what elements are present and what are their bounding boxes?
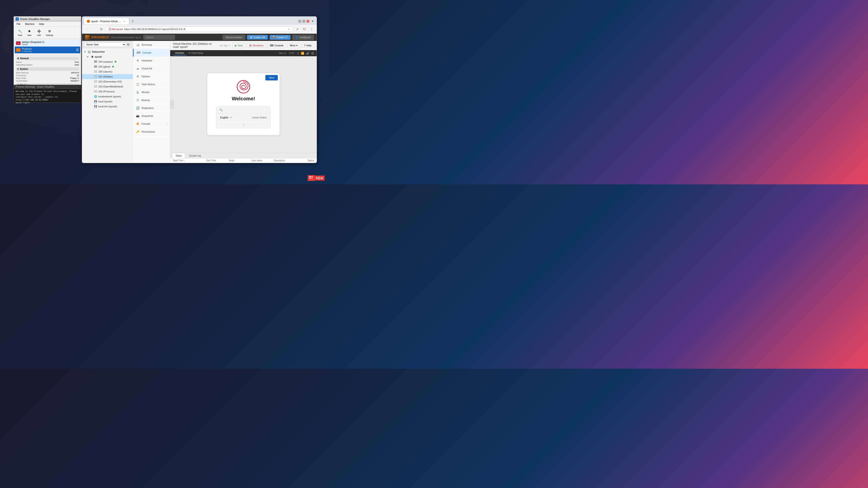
- vm-101-label: 101 (Debian): [98, 75, 113, 78]
- dropdown-icon[interactable]: ▼: [311, 20, 314, 23]
- console-initial-setup-tab[interactable]: ⚙ Initial Setup: [186, 51, 205, 55]
- tree-item-100[interactable]: 100 (ubuntu): [82, 69, 133, 74]
- summary-icon: 📊: [135, 43, 140, 47]
- nav-replication-label: Replication: [142, 107, 154, 109]
- proxmox-body: Server View ⚙ ▼ 🏢 Datacenter ▼ 🖥: [82, 41, 317, 163]
- new-button[interactable]: ✚ New: [25, 28, 34, 37]
- shutdown-button[interactable]: ⏻ Shutdown: [247, 43, 266, 48]
- task-table-header: Start Time ↓ End Time Node User name Des…: [170, 158, 317, 163]
- nav-console-label: Console: [142, 51, 151, 54]
- nav-backup-label: Backup: [142, 99, 150, 101]
- col-start-time: Start Time ↓: [173, 159, 207, 162]
- documentation-button[interactable]: Documentation: [223, 35, 245, 40]
- vm-icon-debian: D: [16, 41, 21, 45]
- nav-task-history[interactable]: 📋 Task History: [133, 80, 170, 88]
- server-view-select[interactable]: Server View: [84, 42, 126, 47]
- terminal-line-4: ayush login:: [16, 101, 79, 104]
- nav-console[interactable]: ⌨ Console: [133, 49, 170, 57]
- svg-rect-7: [95, 66, 96, 67]
- nav-backup[interactable]: 💿 Backup: [133, 96, 170, 104]
- nav-summary[interactable]: 📊 Summary: [133, 41, 170, 49]
- menu-machine[interactable]: Machine: [24, 22, 35, 26]
- svg-rect-3: [88, 37, 90, 39]
- edit-tag-icon[interactable]: ✎: [229, 44, 230, 47]
- tree-item-105[interactable]: 105 (gitea): [82, 64, 133, 69]
- create-vm-button[interactable]: 🖥 Create VM: [247, 35, 268, 39]
- menu-help[interactable]: Help: [38, 22, 45, 26]
- nav-firewall[interactable]: 🔥 Firewall ›: [133, 120, 170, 128]
- vm-display: ‹ Next Welcome!: [170, 56, 317, 152]
- restore-button[interactable]: [302, 20, 305, 23]
- vm-menu-icon[interactable]: ☰: [76, 48, 79, 52]
- browser-titlebar: ayush - Proxmox Virtual Enviro... × + ▼ …: [82, 17, 317, 34]
- next-button[interactable]: Next: [266, 75, 278, 80]
- add-button[interactable]: ➕ Add: [35, 28, 43, 37]
- proxmox-search-input[interactable]: [143, 35, 175, 40]
- panel-resize-handle[interactable]: ‹: [170, 100, 174, 109]
- user-button[interactable]: 👤 root@pam: [292, 35, 314, 40]
- more-languages-icon[interactable]: ⋮: [217, 122, 270, 128]
- back-button[interactable]: ‹: [84, 26, 90, 32]
- address-bar[interactable]: ! Not secure https://192.168.29.62:8006/…: [105, 26, 293, 32]
- tree-item-datacenter[interactable]: ▼ 🏢 Datacenter: [82, 49, 133, 54]
- more-button[interactable]: More ▾: [287, 43, 300, 48]
- console-activities-tab[interactable]: Activities: [173, 51, 186, 55]
- tree-item-local-lvm[interactable]: 💾 local-lvm (ayush): [82, 104, 133, 109]
- share-button[interactable]: ↗: [294, 26, 301, 32]
- browser-tab-label: ayush - Proxmox Virtual Enviro...: [91, 20, 121, 23]
- menu-button[interactable]: ⋮: [309, 26, 315, 32]
- vm-display-content: Next Welcome! 🔍: [207, 73, 280, 135]
- nav-firewall-label: Firewall: [142, 123, 150, 125]
- node-label: ayush: [95, 55, 102, 58]
- nav-monitor[interactable]: 📡 Monitor: [133, 88, 170, 96]
- proxmox-favicon: [87, 20, 90, 23]
- nav-cloud-init[interactable]: ☁ Cloud-Init: [133, 65, 170, 72]
- browser-tab-close[interactable]: ×: [123, 20, 126, 23]
- english-language-row[interactable]: English ✓ United States: [217, 113, 270, 122]
- tree-item-ayush[interactable]: ▼ 🖥 ayush: [82, 54, 133, 59]
- console-icon: ⌨: [136, 51, 141, 55]
- refresh-button[interactable]: ↻: [98, 26, 105, 32]
- settings-button[interactable]: ⚙ Settings: [44, 28, 55, 37]
- tree-item-local[interactable]: 💾 local (ayush): [82, 99, 133, 104]
- tools-button[interactable]: 🔧 Tools: [16, 28, 24, 37]
- xda-logo: XDA: [308, 175, 324, 181]
- datacenter-icon: 🏢: [88, 50, 91, 54]
- new-tab-button[interactable]: +: [129, 18, 136, 24]
- create-ct-button[interactable]: 📦 Create CT: [270, 35, 291, 40]
- bookmark-icon[interactable]: ☆: [288, 28, 290, 31]
- vm-list: D debian (Snapshot 1) Saved P Proxmox Ru…: [14, 39, 81, 88]
- vm-item-proxmox[interactable]: P Proxmox Running ☰: [15, 46, 80, 53]
- nav-snapshots[interactable]: 📸 Snapshots: [133, 112, 170, 120]
- svg-rect-0: [85, 35, 88, 37]
- tree-item-104[interactable]: 104 (casaos): [82, 59, 133, 64]
- nav-hardware[interactable]: ⚙ Hardware: [133, 57, 170, 65]
- tab-cluster-log[interactable]: Cluster log: [186, 153, 204, 158]
- language-search-input[interactable]: [224, 108, 268, 111]
- start-button[interactable]: ▶ Start: [232, 43, 245, 48]
- create-vm-icon: 🖥: [250, 36, 252, 39]
- menu-file[interactable]: File: [16, 22, 22, 26]
- shield-icon[interactable]: 🛡: [301, 26, 308, 32]
- tree-item-102[interactable]: 102 (Elementary-OS): [82, 79, 133, 84]
- nav-replication[interactable]: 🔄 Replication: [133, 104, 170, 112]
- minimize-button[interactable]: [298, 20, 301, 23]
- nav-options[interactable]: ⚙ Options: [133, 72, 170, 80]
- nav-permissions[interactable]: 🔑 Permissions: [133, 128, 170, 136]
- tree-item-106[interactable]: 106 (Proxmox): [82, 89, 133, 94]
- col-user-name: User name: [251, 159, 274, 162]
- tab-tasks[interactable]: Tasks: [172, 153, 185, 158]
- browser-tab-proxmox[interactable]: ayush - Proxmox Virtual Enviro... ×: [84, 18, 129, 24]
- tree-item-101[interactable]: 101 (Debian): [82, 74, 133, 79]
- running-dot: [22, 51, 23, 52]
- tree-item-103[interactable]: 103 (OpenMediaVault): [82, 84, 133, 89]
- nav-cloud-init-label: Cloud-Init: [142, 67, 152, 70]
- vm-console-area: Activities ⚙ Initial Setup Dec 11 17:07 …: [170, 50, 317, 152]
- close-button[interactable]: [306, 20, 309, 23]
- help-button[interactable]: ? Help: [302, 43, 314, 48]
- server-view-config-icon[interactable]: ⚙: [126, 42, 130, 47]
- vm-item-debian[interactable]: D debian (Snapshot 1) Saved: [15, 40, 80, 46]
- tree-item-localnetwork[interactable]: 🌐 localnetwork (ayush): [82, 94, 133, 99]
- console-button[interactable]: ⌨ Console: [268, 43, 286, 48]
- forward-button[interactable]: ›: [91, 26, 97, 32]
